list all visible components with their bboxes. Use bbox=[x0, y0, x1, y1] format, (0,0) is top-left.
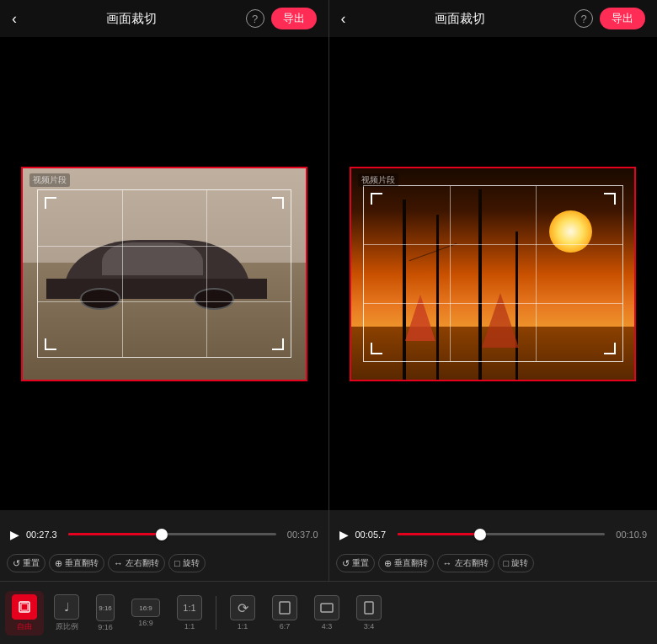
right-back-button[interactable]: ‹ bbox=[341, 10, 346, 28]
ratio-free-icon bbox=[12, 594, 37, 620]
ratio-43-item[interactable]: 4:3 bbox=[307, 592, 346, 634]
right-current-time: 00:05.7 bbox=[355, 530, 391, 540]
left-slider-track bbox=[68, 533, 276, 535]
ratio-67-label: 6:7 bbox=[280, 622, 291, 631]
left-hflip-button[interactable]: ↔ 左右翻转 bbox=[108, 554, 165, 572]
left-help-button[interactable]: ? bbox=[246, 9, 264, 28]
ratio-free-label: 自由 bbox=[17, 621, 32, 632]
right-header-left: ‹ bbox=[341, 10, 346, 28]
left-timeline-slider[interactable] bbox=[68, 533, 276, 536]
ratio-916-label: 9:16 bbox=[98, 623, 113, 631]
right-play-button[interactable]: ▶ bbox=[339, 528, 349, 541]
bottom-toolbar: 自由 ♩ 原比例 9:16 9:16 16:9 16:9 1:1 1:1 ⟳ 1… bbox=[0, 581, 657, 644]
ratio-169-label: 16:9 bbox=[138, 619, 153, 627]
right-preview-area: 视频片段 bbox=[329, 37, 658, 510]
ratio-34-label: 3:4 bbox=[364, 622, 375, 631]
right-timeline-slider[interactable] bbox=[398, 533, 606, 536]
right-export-button[interactable]: 导出 bbox=[600, 8, 645, 29]
rotate-icon: □ bbox=[174, 558, 180, 568]
left-current-time: 00:27.3 bbox=[26, 530, 61, 540]
ratio-rotate-icon: ⟳ bbox=[230, 595, 255, 620]
ratio-169-item[interactable]: 16:9 16:9 bbox=[125, 595, 167, 631]
ratio-67-icon bbox=[272, 595, 297, 620]
left-reset-button[interactable]: ↺ 重置 bbox=[7, 554, 45, 572]
svg-rect-3 bbox=[321, 604, 333, 612]
right-rotate-label: 旋转 bbox=[511, 557, 528, 569]
left-controls: ▶ 00:27.3 00:37.0 ↺ 重置 ⊕ 垂直翻转 bbox=[0, 510, 328, 581]
sail1 bbox=[405, 295, 435, 341]
reset-icon: ↺ bbox=[13, 558, 20, 569]
right-controls: ▶ 00:05.7 00:10.9 ↺ 重置 ⊕ 垂直翻转 bbox=[329, 510, 658, 581]
left-timeline-row: ▶ 00:27.3 00:37.0 bbox=[0, 519, 328, 551]
right-end-time: 00:10.9 bbox=[612, 530, 647, 540]
right-vflip-icon: ⊕ bbox=[384, 558, 392, 569]
left-back-button[interactable]: ‹ bbox=[12, 10, 17, 28]
ratio-original-label: 原比例 bbox=[56, 621, 78, 632]
right-reset-icon: ↺ bbox=[342, 558, 350, 569]
ratio-916-item[interactable]: 9:16 9:16 bbox=[89, 591, 121, 635]
left-video-inner: 视频片段 bbox=[23, 168, 306, 380]
car-window bbox=[102, 242, 203, 275]
mast2 bbox=[436, 215, 439, 380]
ratio-11-item-left[interactable]: 1:1 1:1 bbox=[170, 592, 209, 634]
car-body bbox=[65, 240, 248, 299]
mast1 bbox=[403, 200, 406, 379]
right-vflip-button[interactable]: ⊕ 垂直翻转 bbox=[378, 554, 434, 572]
right-video-label: 视频片段 bbox=[358, 173, 398, 187]
ratio-11-label-left: 1:1 bbox=[184, 622, 195, 631]
right-panel: ‹ 画面裁切 ? 导出 bbox=[329, 0, 658, 581]
ratio-34-icon bbox=[356, 595, 382, 620]
right-reset-label: 重置 bbox=[352, 557, 369, 569]
right-video-inner: 视频片段 bbox=[351, 168, 634, 380]
ratio-34-item[interactable]: 3:4 bbox=[350, 592, 388, 634]
left-video-content bbox=[23, 168, 306, 380]
sail2 bbox=[482, 293, 519, 348]
left-title: 画面裁切 bbox=[106, 11, 157, 27]
right-video-content bbox=[351, 168, 634, 380]
right-vflip-label: 垂直翻转 bbox=[394, 557, 428, 569]
left-play-button[interactable]: ▶ bbox=[10, 528, 19, 541]
right-rotate-button[interactable]: □ 旋转 bbox=[498, 554, 535, 572]
ratio-43-icon bbox=[314, 595, 339, 620]
left-vflip-button[interactable]: ⊕ 垂直翻转 bbox=[49, 554, 104, 572]
right-reset-button[interactable]: ↺ 重置 bbox=[336, 554, 375, 572]
left-panel: ‹ 画面裁切 ? 导出 bbox=[0, 0, 328, 581]
right-slider-fill bbox=[398, 533, 481, 535]
left-header: ‹ 画面裁切 ? 导出 bbox=[0, 0, 328, 37]
ratio-free-item[interactable]: 自由 bbox=[5, 591, 44, 636]
right-action-row: ↺ 重置 ⊕ 垂直翻转 ↔ 左右翻转 □ 旋转 bbox=[329, 551, 658, 576]
right-slider-track bbox=[398, 533, 606, 535]
ratio-original-icon: ♩ bbox=[54, 594, 79, 620]
ratio-67-item[interactable]: 6:7 bbox=[265, 592, 304, 634]
right-hflip-button[interactable]: ↔ 左右翻转 bbox=[437, 554, 494, 572]
left-slider-fill bbox=[68, 533, 162, 535]
right-header: ‹ 画面裁切 ? 导出 bbox=[329, 0, 658, 37]
ratio-11-icon-left: 1:1 bbox=[177, 595, 202, 620]
left-action-row: ↺ 重置 ⊕ 垂直翻转 ↔ 左右翻转 □ 旋转 bbox=[0, 551, 328, 576]
right-hflip-icon: ↔ bbox=[443, 558, 452, 568]
hflip-icon: ↔ bbox=[114, 558, 123, 568]
svg-rect-2 bbox=[280, 602, 290, 614]
right-help-button[interactable]: ? bbox=[574, 9, 593, 28]
toolbar-divider bbox=[216, 596, 216, 630]
svg-rect-1 bbox=[21, 604, 28, 610]
left-header-left: ‹ bbox=[12, 10, 17, 28]
right-slider-thumb[interactable] bbox=[474, 529, 486, 540]
left-slider-thumb[interactable] bbox=[156, 529, 168, 540]
ratio-916-icon: 9:16 bbox=[96, 594, 115, 621]
car-wheel-right bbox=[194, 288, 234, 309]
ratio-original-item[interactable]: ♩ 原比例 bbox=[47, 591, 86, 636]
ratio-43-label: 4:3 bbox=[322, 622, 333, 631]
ratio-rotate-item[interactable]: ⟳ 1:1 bbox=[223, 592, 262, 634]
mast3 bbox=[478, 189, 482, 380]
boat-sun bbox=[549, 210, 591, 253]
right-header-right: ? 导出 bbox=[574, 8, 645, 29]
left-end-time: 00:37.0 bbox=[283, 530, 318, 540]
right-title: 画面裁切 bbox=[435, 11, 485, 27]
left-export-button[interactable]: 导出 bbox=[271, 8, 317, 29]
left-header-right: ? 导出 bbox=[246, 8, 317, 29]
main-container: ‹ 画面裁切 ? 导出 bbox=[0, 0, 657, 581]
right-video-frame: 视频片段 bbox=[350, 167, 636, 381]
left-rotate-button[interactable]: □ 旋转 bbox=[168, 554, 206, 572]
left-hflip-label: 左右翻转 bbox=[126, 557, 159, 569]
